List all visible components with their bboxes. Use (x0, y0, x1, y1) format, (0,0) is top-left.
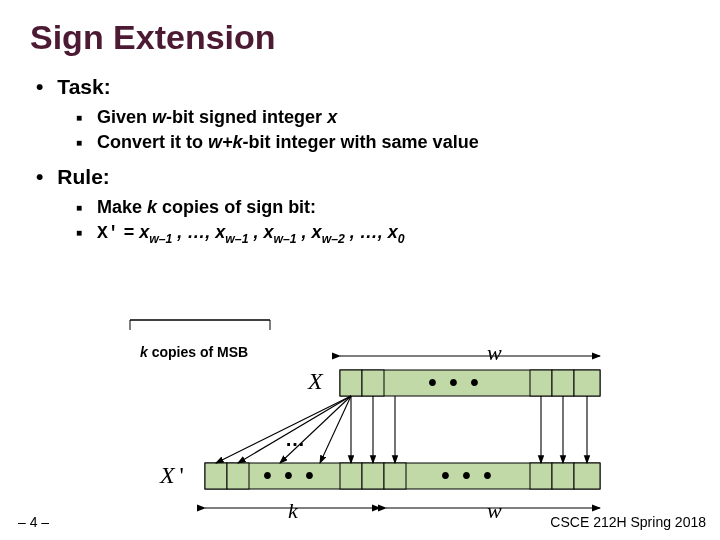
var-k: k (147, 197, 157, 217)
svg-text:• • •: • • • (428, 368, 482, 395)
w-top-label: w (487, 340, 502, 366)
svg-rect-12 (227, 463, 249, 489)
rule-heading: Rule: (36, 165, 690, 189)
var-w: w (152, 107, 166, 127)
mid-ellipsis: … (285, 428, 305, 451)
var-x: x (327, 107, 337, 127)
w-bottom-label: w (487, 498, 502, 524)
text: -bit integer with same value (243, 132, 479, 152)
svg-rect-17 (552, 463, 574, 489)
xprime-rhs: xw–1 , …, xw–1 , xw–1 , xw–2 , …, x0 (139, 222, 404, 242)
var-k: k (140, 344, 148, 360)
svg-rect-2 (362, 370, 384, 396)
svg-rect-13 (340, 463, 362, 489)
rule-item-2: X' = xw–1 , …, xw–1 , xw–1 , xw–2 , …, x… (76, 222, 690, 246)
equals: = (119, 222, 140, 242)
svg-rect-14 (362, 463, 384, 489)
text: copies of sign bit: (157, 197, 316, 217)
svg-rect-4 (552, 370, 574, 396)
svg-text:• • •: • • • (441, 461, 495, 488)
svg-line-21 (216, 396, 351, 463)
svg-rect-1 (340, 370, 362, 396)
rule-item-1: Make k copies of sign bit: (76, 197, 690, 218)
svg-rect-11 (205, 463, 227, 489)
text: Make (97, 197, 147, 217)
svg-rect-15 (384, 463, 406, 489)
svg-rect-16 (530, 463, 552, 489)
k-copies-label: k copies of MSB (140, 344, 248, 360)
course-footer: CSCE 212H Spring 2018 (550, 514, 706, 530)
var-wk: w+k (208, 132, 243, 152)
task-item-2: Convert it to w+k-bit integer with same … (76, 132, 690, 153)
svg-rect-0 (340, 370, 600, 396)
x-label: X (308, 368, 323, 395)
text: Given (97, 107, 152, 127)
svg-rect-10 (205, 463, 600, 489)
text: Convert it to (97, 132, 208, 152)
text: -bit signed integer (166, 107, 327, 127)
page-number: – 4 – (18, 514, 49, 530)
slide: Sign Extension Task: Given w-bit signed … (0, 0, 720, 246)
svg-rect-5 (574, 370, 600, 396)
slide-title: Sign Extension (30, 18, 690, 57)
svg-rect-18 (574, 463, 600, 489)
task-heading: Task: (36, 75, 690, 99)
svg-text:• • •: • • • (263, 461, 317, 488)
text: copies of MSB (152, 344, 248, 360)
k-bottom-label: k (288, 498, 298, 524)
task-item-1: Given w-bit signed integer x (76, 107, 690, 128)
svg-rect-3 (530, 370, 552, 396)
xprime-label: X ' (160, 462, 184, 489)
svg-line-24 (320, 396, 351, 463)
xprime-lhs: X' (97, 223, 119, 243)
